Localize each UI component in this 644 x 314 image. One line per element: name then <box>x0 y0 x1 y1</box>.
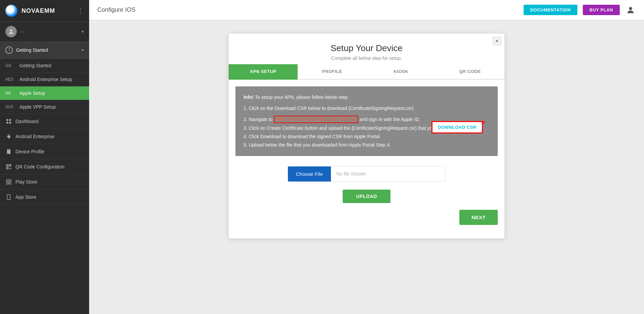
download-csr-button[interactable]: DOWNLOAD CSR <box>431 121 483 133</box>
main-content: Configure IOS DOCUMENTATION BUY PLAN ✕ S… <box>89 0 644 314</box>
step2-suffix: and sign in with the Apple ID. <box>359 117 420 122</box>
svg-rect-27 <box>7 195 10 200</box>
sidebar-item-apple-setup[interactable]: AS Apple Setup <box>0 86 89 100</box>
play-store-icon <box>5 179 12 185</box>
upload-btn-row: UPLOAD <box>229 190 504 203</box>
item-abbr: AS <box>5 91 16 95</box>
next-btn-row: NEXT <box>229 210 504 225</box>
svg-rect-13 <box>10 165 10 166</box>
sidebar-item-qr-code-configuration[interactable]: QR Code Configuration <box>0 159 89 174</box>
buy-plan-button[interactable]: BUY PLAN <box>583 5 620 15</box>
main-body: ✕ Setup Your Device Complete all below s… <box>89 20 644 314</box>
tab-qr-code[interactable]: QR CODE <box>435 64 504 80</box>
svg-rect-25 <box>6 183 8 184</box>
card-header: Setup Your Device Complete all below ste… <box>229 34 504 64</box>
grid-icon <box>5 118 12 125</box>
setup-card: ✕ Setup Your Device Complete all below s… <box>229 34 504 238</box>
step1-text: 1. Click on the Download CSR below to do… <box>243 104 419 113</box>
item-label: Dashboard <box>15 119 84 124</box>
upload-button[interactable]: UPLOAD <box>343 190 390 203</box>
page-title: Configure IOS <box>97 6 518 13</box>
step4-text: 4. Click Download to download the signed… <box>243 132 490 141</box>
info-box: Info! To setup your APN, please follow b… <box>235 86 498 156</box>
more-icon[interactable]: ⋮ <box>77 7 84 15</box>
svg-rect-4 <box>9 122 11 124</box>
item-label: Android Enterprise Setup <box>20 77 84 82</box>
logo-text: NOVAEMM <box>22 7 55 14</box>
user-account-icon[interactable] <box>625 5 636 15</box>
sidebar-section-label: Getting Started <box>16 47 78 53</box>
sidebar-item-android-enterprise-setup[interactable]: AES Android Enterprise Setup <box>0 73 89 86</box>
chevron-down-icon: ▾ <box>82 29 84 34</box>
android-icon <box>5 133 12 140</box>
svg-rect-1 <box>6 119 8 121</box>
svg-rect-3 <box>6 122 8 124</box>
tabs: APN SETUP PROFILE KIOSK QR CODE <box>229 64 504 80</box>
sidebar-item-app-store[interactable]: App Store <box>0 190 89 205</box>
info-intro: To setup your APN, please follow below s… <box>255 94 349 100</box>
svg-rect-24 <box>9 180 11 181</box>
question-icon: ? <box>5 46 13 54</box>
svg-point-0 <box>10 29 12 32</box>
info-bold-label: Info! <box>243 94 254 100</box>
choose-file-button[interactable]: Choose File <box>288 166 331 182</box>
chevron-down-icon: ▾ <box>82 48 84 52</box>
sidebar-item-play-store[interactable]: Play Store <box>0 174 89 190</box>
apple-push-portal-link[interactable]: APPLE PUSH CERTIFICATE PORTAL <box>274 116 358 123</box>
sidebar-item-apple-vpp-setup[interactable]: AVS Apple VPP Setup <box>0 100 89 114</box>
tab-apn-setup[interactable]: APN SETUP <box>229 64 298 80</box>
tab-kiosk[interactable]: KIOSK <box>367 64 435 80</box>
user-name: ···· <box>20 29 78 34</box>
sidebar-logo: NOVAEMM ⋮ <box>0 0 89 22</box>
next-button[interactable]: NEXT <box>459 210 498 225</box>
sidebar-item-dashboard[interactable]: Dashboard <box>0 114 89 129</box>
close-icon[interactable]: ✕ <box>493 37 501 45</box>
item-abbr: GS <box>5 63 16 68</box>
item-label: Apple VPP Setup <box>20 104 84 110</box>
svg-rect-11 <box>7 165 8 166</box>
item-label: QR Code Configuration <box>15 164 84 169</box>
phone-icon <box>5 194 12 200</box>
sidebar-item-device-profile[interactable]: Device Profile <box>0 144 89 159</box>
svg-rect-23 <box>6 180 8 181</box>
step-badge: 4 <box>483 119 485 126</box>
logo-icon <box>5 5 17 17</box>
sidebar-item-android-enterprise[interactable]: Android Enterprise <box>0 129 89 144</box>
card-subtitle: Complete all below step for setup. <box>235 55 498 61</box>
documentation-button[interactable]: DOCUMENTATION <box>524 5 577 15</box>
step5-text: 5. Upload below the file that you downlo… <box>243 141 490 149</box>
item-label: Android Enterprise <box>15 134 84 139</box>
item-label: Apple Setup <box>20 90 84 96</box>
avatar <box>5 26 17 37</box>
tab-profile[interactable]: PROFILE <box>298 64 367 80</box>
sidebar: NOVAEMM ⋮ ···· ▾ ? Getting Started ▾ GS … <box>0 0 89 314</box>
clipboard-icon <box>5 148 12 155</box>
file-upload-row: Choose File No file chosen <box>229 163 504 185</box>
item-label: Device Profile <box>15 149 84 154</box>
item-label: App Store <box>15 194 84 200</box>
sidebar-section-getting-started[interactable]: ? Getting Started ▾ <box>0 42 89 59</box>
sidebar-item-getting-started[interactable]: GS Getting Started <box>0 59 89 73</box>
item-label: Play Store <box>15 179 84 185</box>
svg-rect-2 <box>9 119 11 121</box>
svg-rect-26 <box>9 183 11 184</box>
qr-code-icon <box>5 163 12 170</box>
file-name-display: No file chosen <box>331 166 445 182</box>
item-label: Getting Started <box>20 63 84 68</box>
card-title: Setup Your Device <box>235 43 498 53</box>
step2-prefix: 2. Navigate to <box>243 117 274 122</box>
svg-point-29 <box>629 7 632 10</box>
svg-rect-6 <box>8 149 10 150</box>
sidebar-user[interactable]: ···· ▾ <box>0 22 89 42</box>
svg-rect-15 <box>7 168 8 168</box>
item-abbr: AES <box>5 77 16 82</box>
item-abbr: AVS <box>5 105 16 109</box>
main-header: Configure IOS DOCUMENTATION BUY PLAN <box>89 0 644 20</box>
